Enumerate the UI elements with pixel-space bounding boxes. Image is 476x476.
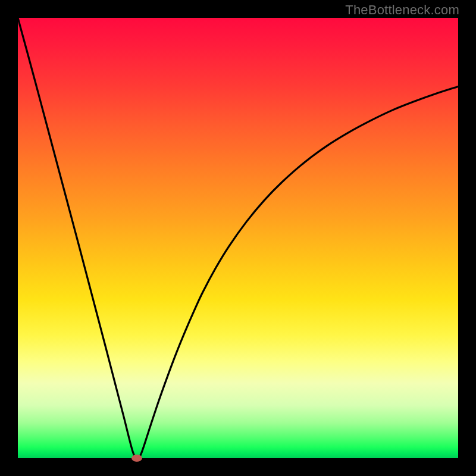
chart-frame: TheBottleneck.com bbox=[0, 0, 476, 476]
bottleneck-curve-path bbox=[18, 18, 458, 458]
bottleneck-curve-svg bbox=[18, 18, 458, 458]
optimal-point-marker bbox=[131, 455, 142, 462]
source-watermark: TheBottleneck.com bbox=[345, 2, 459, 18]
